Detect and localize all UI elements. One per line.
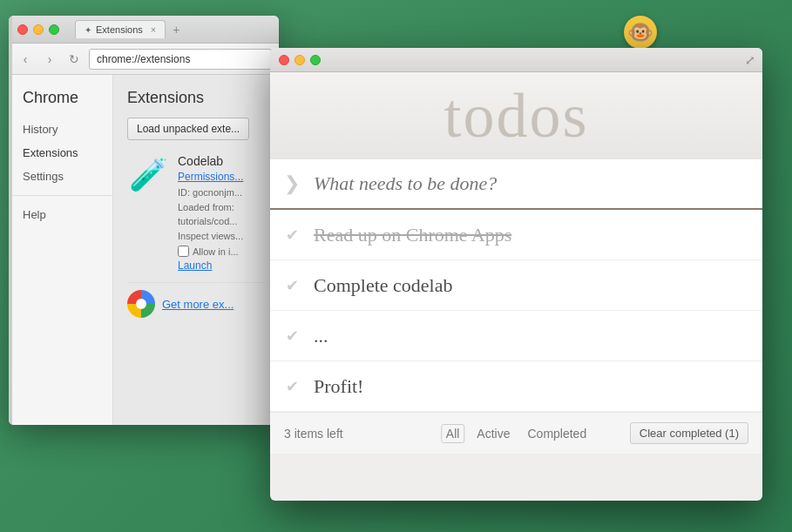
todo-text-4: Profit! [314,375,762,398]
clear-completed-button[interactable]: Clear completed (1) [630,422,748,444]
todo-item: ✔ Read up on Chrome Apps [270,210,762,260]
extension-loaded: Loaded from: [178,200,265,215]
get-more-link[interactable]: Get more ex... [162,298,234,311]
browser-titlebar: ✦ Extensions × + [9,16,279,44]
avatar-icon: 🐵 [624,16,657,49]
sidebar-item-extensions[interactable]: Extensions [9,141,112,165]
extension-item-codelab: 🧪 Codelab Permissions... ID: gocnonjm...… [127,154,265,272]
traffic-lights [17,24,59,35]
extension-permissions-link[interactable]: Permissions... [178,171,265,183]
extensions-page-title: Extensions [127,89,265,107]
minimize-button[interactable] [33,24,44,35]
filter-completed[interactable]: Completed [522,424,592,443]
todo-item: ✔ Complete codelab [270,260,762,311]
extensions-tab[interactable]: ✦ Extensions × [75,20,166,38]
get-more-extensions: Get more ex... [127,282,265,325]
back-button[interactable]: ‹ [16,50,35,69]
address-text: chrome://extensions [97,53,190,65]
todos-list: ✔ Read up on Chrome Apps ✔ Complete code… [270,210,762,412]
sidebar-divider [9,195,112,196]
todo-checkbox-3[interactable]: ✔ [270,311,314,361]
todo-text-3: ... [314,325,762,347]
todo-checkbox-1[interactable]: ✔ [270,210,314,260]
flask-icon: 🧪 [129,157,168,193]
sidebar-item-help[interactable]: Help [9,203,112,226]
left-edge-indicator [9,16,12,425]
todo-checkbox-2[interactable]: ✔ [270,260,314,311]
todos-titlebar: ⤢ [270,48,762,72]
reload-button[interactable]: ↻ [64,50,84,69]
maximize-button[interactable] [49,24,59,35]
new-tab-button[interactable]: + [169,23,183,37]
filter-all[interactable]: All [441,424,465,443]
close-button[interactable] [17,24,28,35]
browser-content: Chrome History Extensions Settings Help … [9,75,279,425]
chrome-sidebar-title: Chrome [9,89,112,118]
browser-toolbar: ‹ › ↻ chrome://extensions [9,44,279,75]
extension-icon: 🧪 [127,154,169,196]
todos-maximize-button[interactable] [310,55,321,65]
extension-inspect[interactable]: Inspect views... [178,229,265,244]
allow-incognito-checkbox[interactable] [178,246,189,257]
extension-details: Codelab Permissions... ID: gocnonjm... L… [178,154,265,272]
todos-minimize-button[interactable] [294,55,305,65]
allow-incognito-label: Allow in i... [193,246,239,257]
todo-text-1: Read up on Chrome Apps [314,224,762,246]
extension-name: Codelab [178,154,265,168]
chrome-main: Extensions Load unpacked exte... 🧪 Codel… [113,75,279,425]
filter-active[interactable]: Active [471,424,515,443]
todo-item: ✔ ... [270,311,762,361]
load-unpacked-button[interactable]: Load unpacked exte... [127,118,249,140]
todo-checkbox-4[interactable]: ✔ [270,361,314,412]
todos-footer: 3 items left All Active Completed Clear … [270,412,762,454]
address-bar[interactable]: chrome://extensions [89,49,272,70]
todos-close-button[interactable] [279,55,289,65]
sidebar-item-settings[interactable]: Settings [9,165,112,188]
extensions-tab-label: Extensions [96,24,143,35]
extensions-tab-icon: ✦ [85,25,91,35]
tab-bar: ✦ Extensions × + [68,20,270,38]
footer-filters: All Active Completed [441,424,592,443]
todos-traffic-lights [279,55,321,65]
extension-id: ID: gocnonjm... [178,185,265,200]
tab-close-button[interactable]: × [151,24,156,35]
todos-app-window: ⤢ todos ❯ ✔ Read up on Chrome Apps ✔ Com… [270,48,762,501]
todos-header: todos [270,72,762,159]
todos-input-row: ❯ [270,159,762,210]
chrome-webstore-icon [127,290,155,318]
browser-window: ✦ Extensions × + ‹ › ↻ chrome://extensio… [9,16,279,425]
extension-allow-incognito: Allow in i... [178,246,265,257]
chrome-sidebar: Chrome History Extensions Settings Help [9,75,113,425]
todo-item: ✔ Profit! [270,361,762,412]
forward-button[interactable]: › [40,50,59,69]
new-todo-input[interactable] [314,172,762,195]
todo-text-2: Complete codelab [314,274,762,297]
extension-launch-link[interactable]: Launch [178,259,265,272]
todos-maximize-icon[interactable]: ⤢ [745,53,755,67]
extension-path: tutorials/cod... [178,214,265,229]
sidebar-item-history[interactable]: History [9,118,112,141]
todos-app-title: todos [443,80,588,152]
toggle-all-button[interactable]: ❯ [270,158,314,209]
